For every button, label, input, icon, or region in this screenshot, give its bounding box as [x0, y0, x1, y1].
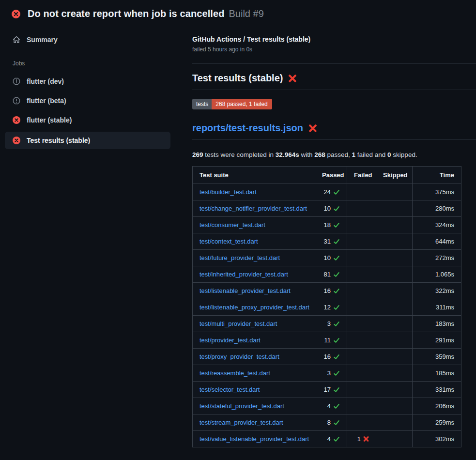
- check-icon: [333, 205, 340, 212]
- test-suite-link[interactable]: test/builder_test.dart: [200, 188, 257, 196]
- report-heading: reports/test-results.json: [192, 123, 476, 140]
- passed-cell: 8: [315, 414, 347, 431]
- passed-cell: 10: [315, 250, 347, 266]
- failed-cell: [347, 217, 376, 233]
- table-row: test/builder_test.dart24375ms: [193, 184, 461, 200]
- check-icon: [333, 255, 340, 261]
- test-suite-link[interactable]: test/stream_provider_test.dart: [200, 419, 283, 426]
- test-suite-link[interactable]: test/inherited_provider_test.dart: [200, 271, 288, 278]
- test-suite-link[interactable]: test/stateful_provider_test.dart: [200, 402, 284, 410]
- suite-cell: test/future_provider_test.dart: [193, 250, 315, 266]
- table-header-row: Test suite Passed Failed Skipped Time: [193, 167, 461, 184]
- suite-cell: test/change_notifier_provider_test.dart: [193, 200, 315, 217]
- suite-cell: test/listenable_provider_test.dart: [193, 283, 315, 299]
- column-header-time: Time: [413, 167, 461, 184]
- table-row: test/stream_provider_test.dart8259ms: [193, 414, 461, 431]
- suite-cell: test/consumer_test.dart: [193, 217, 315, 233]
- failed-cell: [347, 414, 376, 431]
- test-suite-link[interactable]: test/future_provider_test.dart: [200, 254, 280, 261]
- passed-cell: 18: [315, 217, 347, 233]
- sidebar-item-summary[interactable]: Summary: [5, 32, 170, 47]
- test-suite-link[interactable]: test/reassemble_test.dart: [200, 369, 270, 377]
- failed-cell: [347, 349, 376, 365]
- check-icon: [333, 189, 340, 196]
- check-icon: [333, 370, 340, 377]
- check-icon: [333, 419, 340, 426]
- suite-cell: test/proxy_provider_test.dart: [193, 349, 315, 365]
- badge-label: tests: [192, 99, 212, 109]
- test-suite-link[interactable]: test/provider_test.dart: [200, 337, 261, 344]
- sidebar-item-flutter-stable[interactable]: flutter (stable): [5, 112, 170, 128]
- table-row: test/stateful_provider_test.dart4206ms: [193, 398, 461, 414]
- skipped-cell: [376, 398, 413, 414]
- x-icon: [308, 124, 317, 133]
- check-icon: [333, 222, 340, 229]
- time-cell: 206ms: [413, 398, 461, 414]
- test-suite-link[interactable]: test/consumer_test.dart: [200, 221, 265, 229]
- test-suite-link[interactable]: test/value_listenable_provider_test.dart: [200, 435, 309, 443]
- time-cell: 324ms: [413, 217, 461, 233]
- passed-cell: 4: [315, 431, 347, 447]
- failed-cell: [347, 250, 376, 266]
- results-table-body: test/builder_test.dart24375mstest/change…: [193, 184, 461, 447]
- test-suite-link[interactable]: test/multi_provider_test.dart: [200, 320, 277, 327]
- suite-cell: test/selector_test.dart: [193, 382, 315, 398]
- table-row: test/inherited_provider_test.dart811.065…: [193, 266, 461, 283]
- time-cell: 183ms: [413, 316, 461, 332]
- table-row: test/consumer_test.dart18324ms: [193, 217, 461, 233]
- time-cell: 331ms: [413, 382, 461, 398]
- main-content: GitHub Actions / Test results (stable) f…: [170, 26, 476, 447]
- suite-cell: test/stateful_provider_test.dart: [193, 398, 315, 414]
- test-suite-link[interactable]: test/proxy_provider_test.dart: [200, 353, 279, 360]
- passed-cell: 4: [315, 398, 347, 414]
- skipped-cell: [376, 349, 413, 365]
- test-suite-link[interactable]: test/listenable_proxy_provider_test.dart: [200, 304, 309, 311]
- skipped-cell: [376, 316, 413, 332]
- stop-icon: [13, 77, 20, 85]
- time-cell: 272ms: [413, 250, 461, 266]
- failed-cell: [347, 382, 376, 398]
- suite-cell: test/reassemble_test.dart: [193, 365, 315, 382]
- test-suite-link[interactable]: test/context_test.dart: [200, 238, 258, 245]
- x-circle-icon: [13, 116, 20, 124]
- failed-cell: [347, 365, 376, 382]
- sidebar-item-flutter-beta[interactable]: flutter (beta): [5, 93, 170, 108]
- skipped-cell: [376, 184, 413, 200]
- passed-cell: 31: [315, 233, 347, 250]
- suite-cell: test/multi_provider_test.dart: [193, 316, 315, 332]
- check-icon: [333, 337, 340, 344]
- time-cell: 302ms: [413, 431, 461, 447]
- run-status-line: failed 5 hours ago in 0s: [192, 46, 476, 53]
- sidebar-item-label: flutter (dev): [27, 77, 64, 85]
- passed-cell: 10: [315, 200, 347, 217]
- test-suite-link[interactable]: test/selector_test.dart: [200, 386, 260, 393]
- check-run-title: Do not create report when job is cancell…: [28, 8, 225, 19]
- passed-cell: 12: [315, 299, 347, 316]
- test-suite-link[interactable]: test/listenable_provider_test.dart: [200, 287, 291, 294]
- check-run-header: Do not create report when job is cancell…: [0, 0, 476, 26]
- test-results-table: Test suite Passed Failed Skipped Time te…: [192, 166, 461, 447]
- suite-cell: test/inherited_provider_test.dart: [193, 266, 315, 283]
- test-suite-link[interactable]: test/change_notifier_provider_test.dart: [200, 205, 307, 212]
- failed-cell: [347, 299, 376, 316]
- sidebar-item-test-results-stable[interactable]: Test results (stable): [5, 132, 170, 149]
- skipped-cell: [376, 200, 413, 217]
- table-row: test/value_listenable_provider_test.dart…: [193, 431, 461, 447]
- sidebar-item-flutter-dev[interactable]: flutter (dev): [5, 74, 170, 89]
- sidebar: Summary Jobs flutter (dev) flut: [5, 26, 170, 153]
- time-cell: 359ms: [413, 349, 461, 365]
- skipped-cell: [376, 266, 413, 283]
- passed-count: 268: [314, 151, 325, 158]
- report-file-link[interactable]: reports/test-results.json: [192, 123, 303, 134]
- badge-value: 268 passed, 1 failed: [212, 99, 272, 109]
- time-cell: 291ms: [413, 332, 461, 349]
- failed-count: 1: [352, 151, 356, 158]
- column-header-test-suite: Test suite: [193, 167, 315, 184]
- x-circle-icon: [12, 10, 20, 18]
- check-icon: [333, 436, 340, 443]
- table-row: test/provider_test.dart11291ms: [193, 332, 461, 349]
- skipped-cell: [376, 250, 413, 266]
- table-row: test/reassemble_test.dart3185ms: [193, 365, 461, 382]
- failed-cell: 1: [347, 431, 376, 447]
- section-title: Test results (stable): [192, 73, 283, 84]
